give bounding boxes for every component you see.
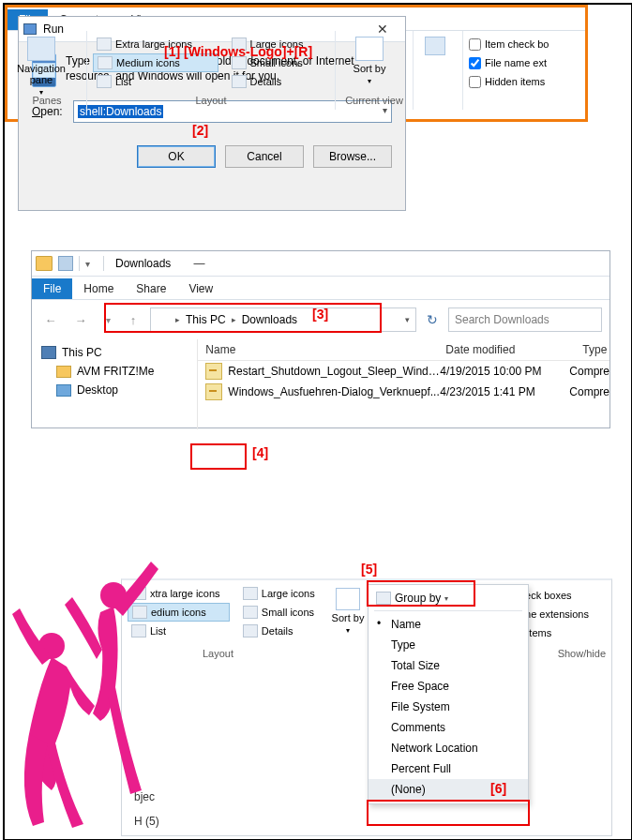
address-bar[interactable]: ▸ This PC ▸ Downloads ▾ xyxy=(150,308,416,332)
zip-icon xyxy=(205,363,222,380)
zip-icon xyxy=(205,383,222,400)
menu-item[interactable]: Free Space xyxy=(369,676,528,697)
menu-item-none[interactable]: (None) xyxy=(369,779,528,800)
group-label: Layout xyxy=(203,648,233,659)
file-name: Windows_Ausfuehren-Dialog_Verknuepf... xyxy=(228,385,440,398)
back-icon[interactable]: ← xyxy=(39,308,62,331)
icons-icon xyxy=(243,587,258,600)
sort-by-button[interactable]: Sort by▾ xyxy=(341,33,398,87)
list-icon xyxy=(97,75,112,88)
desktop-icon xyxy=(56,384,71,397)
explorer-title: Downloads xyxy=(115,257,171,270)
opt-small[interactable]: Small icons xyxy=(228,53,329,72)
group-label: Current view xyxy=(336,95,413,110)
folder-icon xyxy=(157,314,170,325)
pc-icon xyxy=(41,346,56,359)
column-date[interactable]: Date modified xyxy=(438,343,575,356)
layout-options: Extra large icons Large icons Medium ico… xyxy=(93,33,329,91)
opt-extra-large[interactable]: Extra large icons xyxy=(93,35,218,53)
search-input[interactable]: Search Downloads xyxy=(448,308,602,332)
breadcrumb[interactable]: This PC xyxy=(186,313,226,326)
menu-item[interactable]: Total Size xyxy=(369,655,528,676)
groupby-header[interactable]: Group by▾ xyxy=(369,589,528,608)
menu-item[interactable]: File System xyxy=(369,697,528,717)
group-label: Panes xyxy=(8,95,86,110)
menu-item[interactable]: Type xyxy=(369,635,528,655)
file-type: Compre xyxy=(569,365,609,378)
forward-icon[interactable]: → xyxy=(69,308,92,331)
tab-share[interactable]: Share xyxy=(125,278,177,299)
groupby-menu: Group by▾ Name Type Total Size Free Spac… xyxy=(368,584,529,804)
sort-icon xyxy=(355,37,384,61)
explorer-qat: ▾ Downloads — xyxy=(32,251,609,277)
group-label: Show/hide xyxy=(558,648,606,659)
table-row[interactable]: Restart_Shutdown_Logout_Sleep_Windo... 4… xyxy=(198,361,609,382)
folder-icon[interactable] xyxy=(36,256,53,271)
chevron-down-icon[interactable]: ▾ xyxy=(99,308,116,331)
minimize-icon[interactable]: — xyxy=(182,253,216,274)
decorative-figures xyxy=(10,556,160,828)
group-label: Layout xyxy=(87,95,335,110)
icons-icon xyxy=(243,606,258,619)
file-type: Compre xyxy=(569,385,609,398)
icons-icon xyxy=(232,56,247,69)
chevron-right-icon: ▸ xyxy=(175,315,180,324)
navigation-pane-button[interactable]: Navigation pane▾ xyxy=(13,33,69,98)
tab-view[interactable]: View xyxy=(177,278,224,299)
menu-item[interactable]: Network Location xyxy=(369,738,528,758)
explorer-tabs: File Home Share View xyxy=(32,277,609,300)
chevron-right-icon: ▸ xyxy=(232,315,236,324)
up-icon[interactable]: ↑ xyxy=(124,308,143,331)
menu-item[interactable]: Percent Full xyxy=(369,758,528,779)
navpane-icon xyxy=(27,37,55,61)
opt-large[interactable]: Large icons xyxy=(228,35,329,53)
column-type[interactable]: Type xyxy=(575,343,609,356)
folder-icon xyxy=(56,366,71,378)
navitem-avm[interactable]: AVM FRITZ!Me xyxy=(41,362,197,381)
table-row[interactable]: Windows_Ausfuehren-Dialog_Verknuepf... 4… xyxy=(198,382,609,402)
explorer-window: ▾ Downloads — File Home Share View ← → ▾… xyxy=(31,250,610,428)
chevron-down-icon[interactable]: ▾ xyxy=(405,315,410,324)
opt-medium[interactable]: Medium icons xyxy=(93,53,218,72)
group-icon xyxy=(425,37,445,55)
sort-icon xyxy=(336,588,360,610)
show-hide-checks: Item check bo File name ext Hidden items xyxy=(469,33,579,91)
save-icon[interactable] xyxy=(58,256,73,271)
chevron-down-icon[interactable]: ▾ xyxy=(85,259,90,269)
groupby-small[interactable] xyxy=(419,33,451,55)
ok-button[interactable]: OK xyxy=(137,145,216,168)
browse-button[interactable]: Browse... xyxy=(313,145,392,168)
tab-file[interactable]: File xyxy=(32,278,72,299)
breadcrumb[interactable]: Downloads xyxy=(242,313,297,326)
chk-item-boxes[interactable]: Item check bo xyxy=(469,35,579,53)
groupby-panel: xtra large icons Large icons edium icons… xyxy=(121,578,612,836)
file-name: Restart_Shutdown_Logout_Sleep_Windo... xyxy=(228,365,440,378)
annotation-box-4 xyxy=(190,443,247,470)
icons-icon xyxy=(232,38,247,51)
group-icon xyxy=(376,592,391,605)
cancel-button[interactable]: Cancel xyxy=(225,145,304,168)
opt-large[interactable]: Large icons xyxy=(239,584,324,603)
opt-details[interactable]: Details xyxy=(228,72,329,91)
annotation-5: [5] xyxy=(361,562,377,577)
opt-small[interactable]: Small icons xyxy=(239,603,324,622)
icons-icon xyxy=(98,56,113,69)
nav-pane: This PC AVM FRITZ!Me Desktop xyxy=(32,339,198,429)
opt-list[interactable]: List xyxy=(93,72,218,91)
details-icon xyxy=(243,624,258,638)
chk-file-ext[interactable]: File name ext xyxy=(469,53,579,72)
menu-item[interactable]: Comments xyxy=(369,717,528,738)
details-icon xyxy=(232,75,247,88)
navitem-thispc[interactable]: This PC xyxy=(41,343,197,362)
refresh-icon[interactable]: ↻ xyxy=(424,311,441,328)
file-date: 4/23/2015 1:41 PM xyxy=(440,385,569,398)
annotation-4: [4] xyxy=(252,445,268,460)
sort-by-button[interactable]: Sort by▾ xyxy=(330,584,366,637)
column-name[interactable]: Name xyxy=(198,343,438,356)
menu-item[interactable]: Name xyxy=(369,614,528,635)
tab-home[interactable]: Home xyxy=(72,278,125,299)
opt-details[interactable]: Details xyxy=(239,622,324,640)
chk-hidden[interactable]: Hidden items xyxy=(469,72,579,91)
file-list: Name Date modified Type Restart_Shutdown… xyxy=(198,339,609,429)
navitem-desktop[interactable]: Desktop xyxy=(41,381,197,399)
